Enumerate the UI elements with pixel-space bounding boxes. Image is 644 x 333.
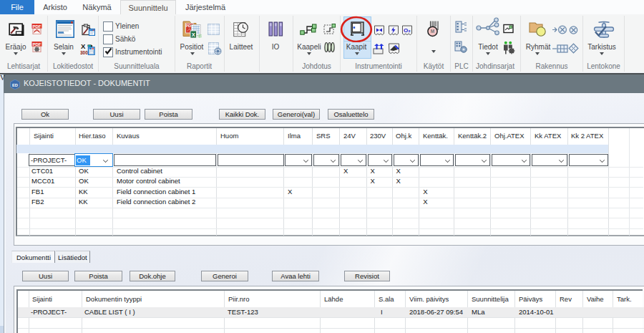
svg-text:O₂: O₂: [404, 27, 411, 34]
svg-text:X: X: [192, 32, 195, 38]
svg-text:X: X: [81, 42, 86, 50]
svg-text:ED: ED: [12, 83, 18, 87]
svg-text:300: 300: [80, 50, 88, 55]
svg-text:M: M: [431, 29, 434, 34]
svg-text:PDF: PDF: [33, 42, 42, 47]
svg-text:PDF: PDF: [33, 24, 42, 29]
